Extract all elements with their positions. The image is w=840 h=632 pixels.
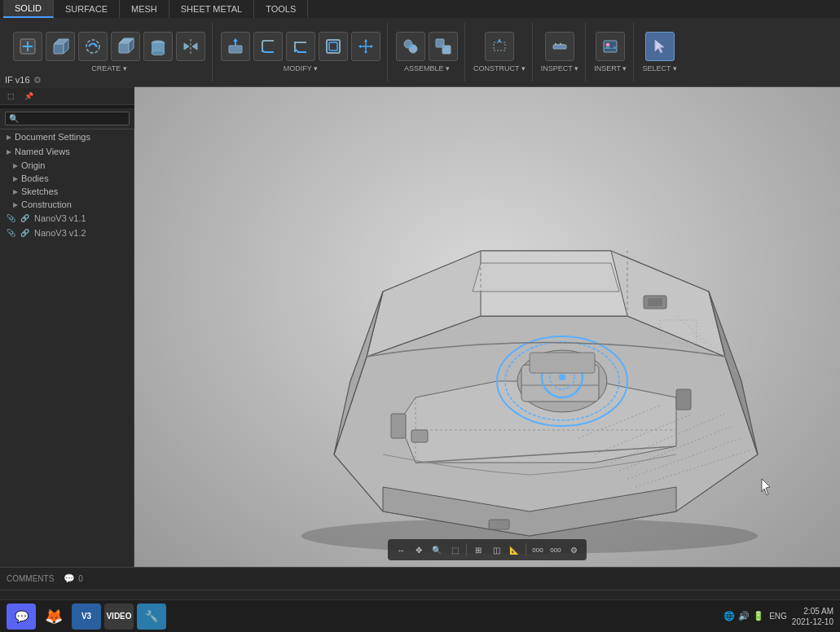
comment-count: 0 [78, 574, 83, 583]
language-indicator[interactable]: ENG [769, 612, 787, 621]
tab-solid[interactable]: SOLID [3, 0, 54, 18]
inspect-icons [545, 32, 574, 61]
svg-rect-3 [54, 44, 64, 54]
sidebar-construction[interactable]: ▶ Construction [0, 198, 134, 211]
taskbar-firefox[interactable]: 🦊 [39, 603, 68, 630]
origin-label: Origin [21, 160, 45, 170]
svg-marker-25 [364, 51, 367, 54]
mini-measure-btn[interactable]: 📐 [506, 542, 522, 558]
svg-marker-45 [655, 40, 664, 53]
sidebar-link-nanov3-v12[interactable]: 📎 🔗 NanoV3 v1.2 [0, 226, 134, 240]
tab-sheetmetal[interactable]: SHEET METAL [169, 0, 254, 18]
assemble-move-btn[interactable] [429, 32, 458, 61]
modify-shell-btn[interactable] [319, 32, 348, 61]
bottom-top-row: COMMENTS 💬 0 [0, 568, 840, 590]
svg-rect-69 [411, 430, 428, 442]
mini-display-btn[interactable]: ◫ [488, 542, 504, 558]
expand-triangle: ▶ [13, 175, 18, 182]
3d-viewport[interactable]: ↔ ✥ 🔍 ⬚ ⊞ ◫ 📐 000 000 ⚙ [134, 87, 840, 567]
modify-press-pull-btn[interactable] [221, 32, 250, 61]
sidebar-origin[interactable]: ▶ Origin [0, 159, 134, 172]
link-chain-icon-2: 🔗 [20, 229, 29, 237]
svg-rect-70 [676, 389, 691, 410]
video-icon: VIDEO [106, 612, 131, 621]
viewport-background: ↔ ✥ 🔍 ⬚ ⊞ ◫ 📐 000 000 ⚙ [134, 87, 840, 567]
mini-settings-btn[interactable]: ⚙ [565, 542, 582, 558]
sidebar-sketches[interactable]: ▶ Sketches [0, 185, 134, 198]
search-bar-area [0, 108, 134, 129]
nanov3-v11-label: NanoV3 v1.1 [34, 213, 86, 223]
sidebar-link-nanov3-v11[interactable]: 📎 🔗 NanoV3 v1.1 [0, 211, 134, 226]
modify-chamfer-btn[interactable] [286, 32, 315, 61]
select-tool-btn[interactable] [645, 32, 675, 61]
secondary-btn-2[interactable]: 📌 [21, 89, 36, 103]
comment-icon[interactable]: 💬 [64, 573, 75, 584]
select-icons [645, 32, 675, 61]
create-new-btn[interactable] [13, 32, 42, 61]
tab-surface[interactable]: SURFACE [54, 0, 120, 18]
create-cylinder-btn[interactable] [143, 32, 173, 61]
sidebar: ▶ Document Settings ▶ Named Views ▶ Orig… [0, 129, 134, 609]
svg-rect-71 [530, 353, 595, 373]
clock-date: 2021-12-10 [792, 617, 833, 627]
select-label[interactable]: SELECT ▾ [642, 64, 676, 72]
mini-pan-btn[interactable]: ✥ [411, 542, 427, 558]
sidebar-named-views[interactable]: ▶ Named Views [0, 144, 134, 159]
svg-rect-68 [391, 414, 406, 438]
sidebar-bodies[interactable]: ▶ Bodies [0, 172, 134, 185]
inspect-measure-btn[interactable] [545, 32, 574, 61]
tabs-row: SOLID SURFACE MESH SHEET METAL TOOLS [0, 0, 840, 18]
system-clock[interactable]: 2:05 AM 2021-12-10 [792, 606, 833, 627]
system-tray: 🌐 🔊 🔋 [723, 611, 764, 621]
tab-tools[interactable]: TOOLS [254, 0, 308, 18]
expand-triangle: ▶ [7, 148, 11, 156]
viewport-mini-toolbar: ↔ ✥ 🔍 ⬚ ⊞ ◫ 📐 000 000 ⚙ [388, 539, 587, 560]
modify-label[interactable]: MODIFY ▾ [284, 64, 318, 72]
fusion-icon: 🔧 [145, 610, 158, 622]
mini-orbit-btn[interactable]: ↔ [393, 542, 409, 558]
construct-label[interactable]: CONSTRUCT ▾ [473, 64, 526, 72]
taskbar-fusion[interactable]: 🔧 [137, 603, 166, 630]
svg-marker-24 [364, 39, 367, 42]
svg-marker-26 [358, 45, 361, 48]
insert-image-btn[interactable] [596, 32, 625, 61]
modify-fillet-btn[interactable] [253, 32, 283, 61]
doc-title-area: IF v16 ⚙ [0, 72, 134, 88]
tab-mesh[interactable]: MESH [120, 0, 169, 18]
search-input[interactable] [5, 112, 130, 125]
battery-icon[interactable]: 🔋 [753, 611, 764, 621]
mini-coord-btn[interactable]: 000 [530, 542, 546, 558]
svg-rect-83 [489, 520, 509, 529]
sidebar-document-settings[interactable]: ▶ Document Settings [0, 129, 134, 144]
speaker-icon[interactable]: 🔊 [738, 611, 750, 621]
link-icon-2: 📎 [7, 229, 15, 237]
taskbar-video[interactable]: VIDEO [104, 603, 134, 630]
tool-group-select: SELECT ▾ [635, 23, 683, 81]
mini-coord-btn-2[interactable]: 000 [548, 542, 564, 558]
assemble-joint-btn[interactable] [396, 32, 425, 61]
create-revolve-btn[interactable] [78, 32, 108, 61]
create-icons [13, 32, 205, 61]
taskbar-v3[interactable]: V3 [72, 603, 101, 630]
network-icon[interactable]: 🌐 [723, 611, 735, 621]
mini-zoom-btn[interactable]: 🔍 [429, 542, 445, 558]
mini-grid-btn[interactable]: ⊞ [470, 542, 486, 558]
construct-plane-btn[interactable] [485, 32, 514, 61]
link-chain-icon-1: 🔗 [20, 214, 29, 222]
svg-rect-21 [329, 42, 337, 50]
taskbar-discord[interactable]: 💬 [7, 603, 36, 630]
insert-label[interactable]: INSERT ▾ [594, 64, 627, 72]
doc-settings-icon: ⚙ [33, 75, 42, 86]
create-mirror-btn[interactable] [176, 32, 205, 61]
create-box-btn[interactable] [111, 32, 140, 61]
expand-triangle: ▶ [13, 188, 18, 195]
taskbar-right: 🌐 🔊 🔋 ENG 2:05 AM 2021-12-10 [723, 606, 833, 627]
secondary-btn-1[interactable]: ⬚ [3, 89, 18, 103]
mini-fit-btn[interactable]: ⬚ [446, 542, 463, 558]
inspect-label[interactable]: INSPECT ▾ [541, 64, 578, 72]
nanov3-v12-label: NanoV3 v1.2 [34, 228, 86, 238]
modify-move-btn[interactable] [351, 32, 380, 61]
create-extrude-btn[interactable] [46, 32, 75, 61]
assemble-label[interactable]: ASSEMBLE ▾ [404, 64, 450, 72]
svg-rect-8 [119, 43, 129, 53]
